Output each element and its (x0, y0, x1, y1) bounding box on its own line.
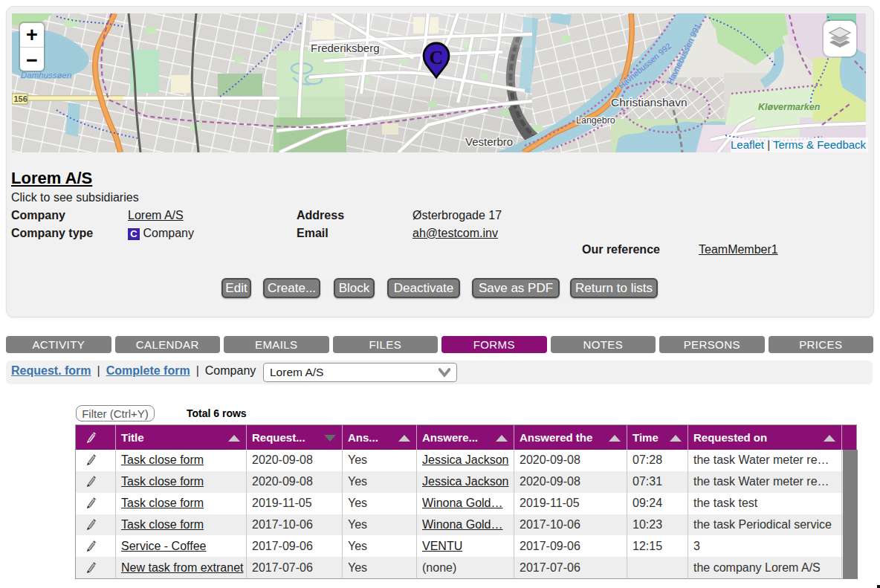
svg-text:Kløvermarken: Kløvermarken (758, 102, 821, 112)
svg-text:Vesterbro: Vesterbro (465, 135, 513, 148)
svg-text:C: C (430, 47, 444, 68)
svg-text:Damhussøen: Damhussøen (21, 71, 71, 80)
svg-text:156: 156 (14, 94, 28, 103)
svg-text:Langebro: Langebro (576, 115, 615, 126)
svg-text:Frederiksberg: Frederiksberg (311, 42, 380, 54)
svg-text:Christianshavn: Christianshavn (611, 96, 688, 109)
